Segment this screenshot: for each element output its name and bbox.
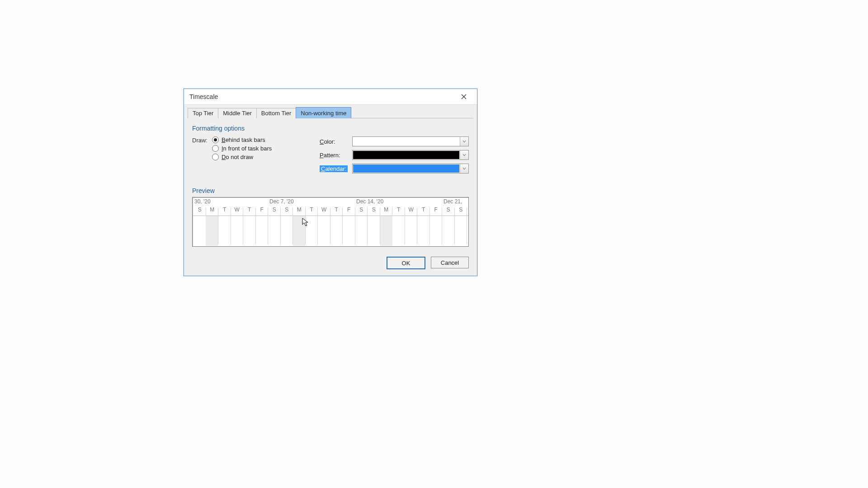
preview-body	[193, 216, 468, 246]
chevron-down-icon	[460, 164, 468, 173]
chevron-down-icon	[460, 150, 468, 160]
ok-button[interactable]: OK	[387, 257, 425, 269]
dialog-title: Timescale	[189, 93, 218, 100]
calendar-combobox[interactable]	[352, 164, 469, 174]
preview-day-cell: M	[293, 206, 306, 213]
radio-do-not-draw[interactable]: Do not draw	[212, 154, 272, 160]
radio-icon	[212, 154, 219, 160]
radio-in-front-of-task-bars[interactable]: In front of task bars	[212, 145, 272, 152]
timescale-dialog: Timescale Top Tier Middle Tier Bottom Ti…	[184, 89, 477, 276]
preview-day-cell: F	[430, 206, 443, 213]
preview-day-cell: W	[318, 206, 330, 213]
preview-day-cell: S	[268, 206, 281, 213]
formatting-options-label: Formatting options	[192, 125, 469, 132]
week-label: Dec 21,	[443, 198, 462, 205]
close-icon	[461, 94, 467, 99]
chevron-down-icon	[460, 137, 468, 146]
calendar-value	[353, 164, 459, 173]
preview-day-cell: S	[455, 206, 467, 213]
pattern-value	[353, 151, 459, 159]
preview-day-cell: S	[281, 206, 293, 213]
pattern-label: Pattern:	[320, 152, 348, 159]
tab-bottom-tier[interactable]: Bottom Tier	[256, 108, 296, 118]
tab-top-tier[interactable]: Top Tier	[188, 108, 218, 118]
preview-day-cell: M	[206, 206, 219, 213]
week-label: 30, '20	[194, 198, 211, 205]
radio-behind-task-bars[interactable]: Behind task bars	[212, 136, 272, 143]
preview-day-cell: S	[193, 206, 206, 213]
preview-panel: 30, '20 Dec 7, '20 Dec 14, '20 Dec 21, S…	[192, 197, 469, 247]
draw-label: Draw:	[192, 136, 208, 174]
radio-icon	[212, 145, 219, 152]
radio-icon	[212, 136, 219, 143]
dialog-content: Formatting options Draw: Behind task bar…	[184, 118, 477, 251]
preview-day-cell: T	[417, 206, 430, 213]
preview-day-cell: T	[218, 206, 231, 213]
tab-non-working-time[interactable]: Non-working time	[296, 107, 351, 118]
color-value	[353, 137, 460, 146]
preview-label: Preview	[192, 187, 469, 194]
pattern-combobox[interactable]	[352, 150, 469, 160]
close-button[interactable]	[455, 91, 472, 103]
week-label: Dec 14, '20	[356, 198, 383, 205]
dialog-buttons: OK Cancel	[184, 251, 477, 276]
preview-day-cell: S	[355, 206, 368, 213]
preview-days-row: SMTWTFSSMTWTFSSMTWTFSS	[193, 206, 467, 213]
preview-day-cell: F	[256, 206, 269, 213]
color-label: Color:	[320, 138, 348, 145]
preview-day-cell: W	[231, 206, 244, 213]
draw-radio-group: Behind task bars In front of task bars D…	[212, 136, 272, 174]
tab-middle-tier[interactable]: Middle Tier	[218, 108, 257, 118]
preview-day-cell: S	[368, 206, 380, 213]
nonworking-shade	[206, 216, 218, 246]
preview-day-cell: F	[343, 206, 355, 213]
titlebar[interactable]: Timescale	[184, 89, 477, 105]
preview-day-cell: M	[380, 206, 393, 213]
cancel-button[interactable]: Cancel	[431, 257, 469, 268]
tab-strip: Top Tier Middle Tier Bottom Tier Non-wor…	[188, 107, 473, 118]
preview-day-cell: T	[392, 206, 405, 213]
preview-day-cell: S	[442, 206, 455, 213]
preview-day-cell: T	[243, 206, 256, 213]
nonworking-shade	[293, 216, 305, 246]
preview-header: 30, '20 Dec 7, '20 Dec 14, '20 Dec 21, S…	[193, 197, 468, 216]
nonworking-shade	[380, 216, 392, 246]
preview-day-cell: T	[306, 206, 318, 213]
preview-day-cell: W	[405, 206, 418, 213]
calendar-label: Calendar:	[320, 165, 348, 172]
color-combobox[interactable]	[352, 136, 469, 146]
week-label: Dec 7, '20	[269, 198, 294, 205]
preview-day-cell: T	[330, 206, 343, 213]
